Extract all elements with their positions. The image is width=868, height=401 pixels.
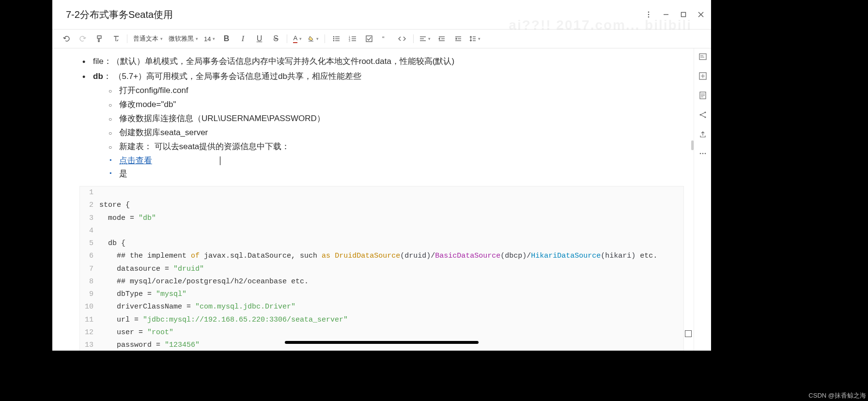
svg-point-47 (702, 153, 703, 154)
code-button[interactable] (397, 33, 407, 44)
separator (413, 34, 414, 43)
font-family-value: 微软雅黑 (169, 34, 194, 43)
svg-rect-33 (699, 54, 706, 60)
paragraph-style-value: 普通文本 (133, 34, 158, 43)
chevron-down-icon: ▾ (196, 36, 198, 41)
align-button[interactable]: ▾ (419, 36, 431, 42)
list-item: 修改mode="db" (107, 98, 684, 112)
svg-point-45 (704, 117, 706, 118)
app-window: 7-2分布式事务Seata使用 ai??!! 2017.com... bilib… (52, 0, 711, 351)
close-button[interactable] (698, 11, 704, 18)
text: file： (93, 57, 112, 66)
separator (325, 34, 325, 43)
quote-button[interactable]: “ (380, 33, 391, 44)
svg-point-1 (648, 14, 650, 15)
chevron-down-icon: ▾ (299, 36, 302, 41)
svg-point-44 (704, 112, 706, 113)
text-bold: db (93, 72, 103, 81)
chevron-down-icon: ▾ (213, 36, 215, 41)
svg-point-7 (333, 36, 335, 38)
svg-point-48 (704, 153, 706, 154)
text-cursor (220, 156, 220, 165)
outline-icon[interactable] (698, 52, 707, 61)
font-size-value: 14 (204, 35, 211, 43)
bold-button[interactable]: B (221, 33, 232, 44)
separator (287, 34, 287, 43)
number-list-button[interactable]: 123 (347, 33, 358, 44)
list-item: db： （5.7+）高可用模式，全局事务会话信息通过db共享，相应性能差些 打开… (79, 69, 684, 180)
strike-button[interactable]: S (270, 33, 281, 44)
list-level-3: 点击查看 是 (107, 154, 684, 180)
list-item: 新建表： 可以去seata提供的资源信息中下载： (107, 140, 684, 154)
svg-point-46 (699, 153, 701, 154)
svg-rect-19 (366, 36, 372, 42)
text: ： （5.7+）高可用模式，全局事务会话信息通过db共享，相应性能差些 (103, 72, 361, 81)
home-indicator (285, 341, 479, 344)
link-view[interactable]: 点击查看 (119, 156, 152, 165)
chevron-down-icon: ▾ (478, 36, 480, 41)
indent-decrease-button[interactable] (436, 33, 447, 44)
font-color-button[interactable]: A▾ (293, 34, 302, 43)
list-item: 点击查看 (107, 154, 684, 167)
chevron-down-icon: ▾ (316, 36, 319, 41)
code-block[interactable]: 12store {3 mode = "db"45 db {6 ## the im… (79, 186, 684, 351)
list-item: 修改数据库连接信息（URL\USERNAME\PASSWORD） (107, 112, 684, 126)
maximize-button[interactable] (680, 11, 687, 18)
text: （默认）单机模式，全局事务会话信息内存中读写并持久化本地文件root.data，… (112, 57, 454, 66)
right-rail (694, 48, 711, 351)
share-icon[interactable] (698, 110, 707, 119)
highlight-button[interactable]: ▾ (308, 35, 319, 42)
window-controls (645, 11, 704, 18)
format-painter-button[interactable] (94, 33, 105, 44)
list-level-1: file：（默认）单机模式，全局事务会话信息内存中读写并持久化本地文件root.… (79, 54, 684, 180)
svg-point-11 (333, 40, 335, 42)
document-title: 7-2分布式事务Seata使用 (66, 8, 173, 21)
list-item: 打开config/file.conf (107, 84, 684, 98)
separator (127, 34, 127, 43)
chevron-down-icon: ▾ (160, 36, 163, 41)
title-bar: 7-2分布式事务Seata使用 (52, 0, 711, 29)
svg-point-2 (648, 16, 650, 18)
chevron-down-icon: ▾ (428, 36, 431, 41)
list-item: file：（默认）单机模式，全局事务会话信息内存中读写并持久化本地文件root.… (79, 54, 684, 69)
document-body[interactable]: file：（默认）单机模式，全局事务会话信息内存中读写并持久化本地文件root.… (52, 48, 694, 351)
indent-increase-button[interactable] (453, 33, 464, 44)
line-spacing-button[interactable]: ▾ (469, 35, 480, 42)
notes-icon[interactable] (698, 91, 707, 100)
list-level-2: 打开config/file.conf 修改mode="db" 修改数据库连接信息… (107, 84, 684, 154)
underline-button[interactable]: U (254, 33, 264, 44)
italic-button[interactable]: I (237, 33, 248, 44)
font-family-select[interactable]: 微软雅黑▾ (169, 34, 198, 43)
paragraph-style-select[interactable]: 普通文本▾ (133, 34, 163, 43)
more-icon[interactable] (645, 11, 652, 18)
checklist-button[interactable] (364, 33, 374, 44)
list-item: 是 (107, 167, 684, 180)
redo-button[interactable] (78, 33, 88, 44)
minimize-button[interactable] (663, 11, 669, 18)
toolbar: 普通文本▾ 微软雅黑▾ 14▾ B I U S A▾ ▾ 123 “ ▾ ▾ (52, 29, 711, 48)
svg-text:3: 3 (349, 39, 350, 42)
undo-button[interactable] (61, 33, 72, 44)
resize-handle-icon[interactable] (685, 330, 692, 337)
bullet-list-button[interactable] (331, 33, 341, 44)
svg-point-43 (699, 114, 701, 116)
more-icon[interactable] (698, 149, 707, 158)
font-size-select[interactable]: 14▾ (204, 35, 215, 43)
add-panel-icon[interactable] (698, 72, 707, 80)
clear-format-button[interactable] (110, 33, 121, 44)
svg-point-9 (333, 38, 335, 40)
svg-rect-4 (682, 13, 686, 17)
svg-point-0 (648, 12, 650, 13)
svg-text:“: “ (382, 35, 385, 42)
export-icon[interactable] (698, 130, 707, 139)
list-item: 创建数据库seata_server (107, 126, 684, 140)
csdn-watermark: CSDN @抹香鲸之海 (808, 391, 866, 400)
